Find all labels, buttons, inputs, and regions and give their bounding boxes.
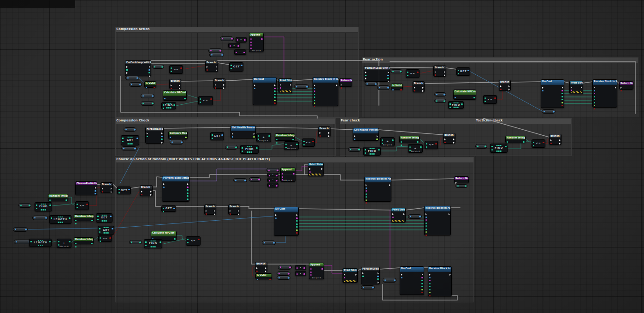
exec-pin[interactable]: [392, 213, 394, 215]
data-pin[interactable]: [185, 137, 186, 138]
data-pin[interactable]: [198, 239, 199, 240]
variable-pill[interactable]: [408, 214, 422, 219]
data-pin[interactable]: [250, 38, 252, 40]
node-find[interactable]: FIND: [448, 101, 464, 109]
data-pin[interactable]: [152, 102, 153, 104]
node-foreachloop[interactable]: ForEachLoop: [361, 267, 380, 284]
variable-pill[interactable]: [233, 178, 247, 182]
node-chooserndaction[interactable]: ChooseRndAction: [75, 181, 97, 195]
data-pin[interactable]: [394, 279, 395, 281]
data-pin[interactable]: [419, 216, 420, 217]
data-pin[interactable]: [77, 204, 78, 205]
data-pin[interactable]: [136, 77, 138, 78]
data-pin[interactable]: [282, 176, 283, 178]
data-pin[interactable]: [594, 99, 595, 100]
exec-pin[interactable]: [230, 210, 231, 212]
exec-pin[interactable]: [389, 184, 390, 186]
data-pin[interactable]: [180, 67, 182, 69]
data-pin[interactable]: [594, 96, 595, 97]
exec-pin[interactable]: [366, 184, 367, 186]
node-append[interactable]: AppendAdd pin ⊕: [280, 168, 295, 182]
variable-pill[interactable]: [390, 69, 402, 73]
node-receive-block-in-ability[interactable]: Receive Block in AbilityTarget is BP Cha…: [428, 266, 452, 296]
node-[interactable]: <=: [302, 138, 315, 147]
node-get[interactable]: GET: [456, 67, 470, 76]
data-pin[interactable]: [296, 226, 297, 228]
data-pin[interactable]: [36, 208, 37, 209]
data-pin[interactable]: [296, 229, 297, 231]
data-pin[interactable]: [75, 243, 77, 244]
data-pin[interactable]: [550, 143, 552, 144]
data-pin[interactable]: [171, 71, 172, 72]
node-foreachloop-with-break[interactable]: ForEachLoop with Break: [364, 66, 390, 82]
data-pin[interactable]: [461, 103, 462, 105]
data-pin[interactable]: [250, 44, 252, 46]
data-pin[interactable]: [561, 93, 563, 94]
node-[interactable]: <=: [483, 95, 497, 104]
exec-pin[interactable]: [444, 74, 445, 76]
variable-pill[interactable]: [262, 241, 276, 245]
data-pin[interactable]: [258, 179, 260, 180]
data-pin[interactable]: [200, 102, 201, 103]
variable-pill[interactable]: [124, 127, 136, 132]
data-pin[interactable]: [366, 196, 367, 198]
data-pin[interactable]: [435, 74, 436, 76]
node-random-integer[interactable]: Random Integer: [48, 194, 68, 201]
data-pin[interactable]: [507, 141, 508, 143]
data-pin[interactable]: [484, 97, 486, 99]
data-pin[interactable]: [543, 142, 544, 143]
data-pin[interactable]: [145, 241, 147, 243]
data-pin[interactable]: [421, 283, 423, 284]
data-pin[interactable]: [392, 89, 394, 90]
node-is-valid[interactable]: Is Valid: [391, 84, 403, 90]
node-branch[interactable]: Branch: [204, 205, 216, 215]
data-pin[interactable]: [425, 217, 427, 218]
data-pin[interactable]: [276, 185, 277, 187]
node-foreachloop-with-break[interactable]: ForEachLoop with Break: [125, 60, 151, 76]
exec-pin[interactable]: [453, 138, 455, 140]
data-pin[interactable]: [241, 65, 242, 66]
data-pin[interactable]: [147, 136, 148, 137]
data-pin[interactable]: [275, 217, 277, 219]
data-pin[interactable]: [173, 208, 175, 209]
node-find[interactable]: FIND: [240, 145, 259, 154]
exec-pin[interactable]: [179, 88, 180, 90]
node-length[interactable]: LENGTH: [49, 215, 71, 224]
exec-pin[interactable]: [275, 214, 277, 216]
exec-pin[interactable]: [141, 191, 142, 193]
node-[interactable]: -: [228, 43, 240, 48]
variable-pill[interactable]: [141, 94, 154, 98]
exec-pin[interactable]: [223, 84, 225, 86]
data-pin[interactable]: [187, 187, 188, 188]
variable-pill[interactable]: [129, 240, 142, 244]
exec-pin[interactable]: [254, 133, 255, 135]
data-pin[interactable]: [484, 145, 486, 147]
data-pin[interactable]: [128, 189, 130, 190]
data-pin[interactable]: [387, 75, 389, 76]
data-pin[interactable]: [409, 146, 411, 148]
exec-pin[interactable]: [542, 87, 544, 89]
data-pin[interactable]: [296, 217, 297, 219]
data-pin[interactable]: [358, 149, 360, 150]
add-pin-label[interactable]: Add pin ⊕: [249, 50, 263, 52]
data-pin[interactable]: [276, 139, 278, 140]
node-branch[interactable]: Branch: [433, 66, 446, 77]
data-pin[interactable]: [274, 100, 275, 101]
data-pin[interactable]: [171, 67, 172, 69]
data-pin[interactable]: [401, 144, 402, 146]
exec-pin[interactable]: [216, 66, 217, 68]
exec-pin[interactable]: [95, 187, 96, 189]
exec-pin[interactable]: [149, 75, 150, 77]
exec-pin[interactable]: [562, 87, 563, 89]
data-pin[interactable]: [187, 195, 188, 197]
add-pin-label[interactable]: Add pin ⊕: [257, 140, 271, 142]
exec-pin[interactable]: [377, 135, 378, 137]
data-pin[interactable]: [401, 277, 402, 278]
node-[interactable]: +Add pin ⊕: [57, 239, 71, 248]
node-[interactable]: <=: [75, 201, 89, 210]
data-pin[interactable]: [494, 97, 496, 99]
data-pin[interactable]: [274, 94, 275, 95]
data-pin[interactable]: [268, 135, 270, 137]
data-pin[interactable]: [310, 268, 312, 270]
data-pin[interactable]: [458, 73, 459, 74]
